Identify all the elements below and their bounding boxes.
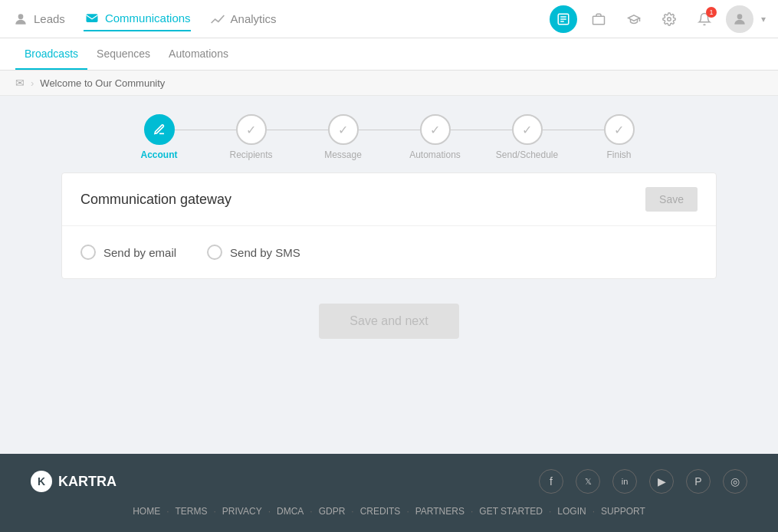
pinterest-icon[interactable]: P [686,469,711,494]
wizard-step-send-schedule[interactable]: ✓ Send/Schedule [481,114,573,160]
sms-label: Send by SMS [230,246,300,259]
step-label-recipients: Recipients [229,149,272,160]
step-circle-account [144,114,175,145]
wizard-step-automations[interactable]: ✓ Automations [389,114,481,160]
footer-social: f 𝕏 in ▶ P ◎ [539,469,747,494]
card-header: Communication gateway Save [62,173,716,226]
youtube-icon[interactable]: ▶ [649,469,674,494]
wizard-step-message[interactable]: ✓ Message [297,114,389,160]
subnav-automations-label: Automations [169,48,228,60]
footer-logo-text: KARTRA [58,474,117,490]
linkedin-icon[interactable]: in [612,469,637,494]
forms-icon-btn[interactable] [550,5,577,33]
footer-link-partners[interactable]: PARTNERS [415,506,465,517]
step-label-message: Message [324,149,362,160]
breadcrumb-mail-icon: ✉ [15,77,25,89]
svg-rect-6 [593,16,605,25]
notifications-icon-btn[interactable]: 1 [691,5,718,33]
kartra-logo-icon: K [31,471,52,492]
footer-links: HOME · TERMS · PRIVACY · DMCA · GDPR · C… [31,506,747,517]
step-circle-send-schedule: ✓ [512,114,543,145]
avatar-chevron[interactable]: ▾ [761,14,766,25]
sms-radio[interactable] [207,245,222,260]
breadcrumb: ✉ › Welcome to Our Community [0,71,778,96]
nav-communications[interactable]: Communications [84,7,191,31]
training-icon-btn[interactable] [620,5,648,33]
sms-option[interactable]: Send by SMS [207,245,300,260]
store-icon-btn[interactable] [585,5,612,33]
subnav-broadcasts[interactable]: Broadcasts [15,38,87,70]
step-label-account: Account [141,149,178,160]
nav-analytics-label: Analytics [231,12,277,25]
svg-point-7 [668,17,671,21]
nav-leads[interactable]: Leads [12,8,65,31]
notification-count: 1 [706,7,717,18]
wizard-step-recipients[interactable]: ✓ Recipients [205,114,297,160]
communications-icon [84,10,100,27]
footer-link-get-started[interactable]: GET STARTED [479,506,543,517]
nav-leads-label: Leads [34,12,65,25]
user-avatar[interactable] [726,5,753,33]
nav-analytics[interactable]: Analytics [209,8,277,31]
wizard-step-finish[interactable]: ✓ Finish [573,114,665,160]
subnav-broadcasts-label: Broadcasts [25,48,78,60]
svg-point-0 [18,14,24,19]
wizard-step-account[interactable]: Account [113,114,205,160]
footer-logo: K KARTRA [31,471,117,492]
save-and-next-button[interactable]: Save and next [319,304,458,339]
email-label: Send by email [103,246,176,259]
footer-link-home[interactable]: HOME [133,506,160,517]
footer-link-terms[interactable]: TERMS [176,506,208,517]
settings-icon-btn[interactable] [655,5,683,33]
sub-navigation: Broadcasts Sequences Automations [0,38,778,71]
wizard-steps: Account ✓ Recipients ✓ Message ✓ Automat… [0,96,778,172]
footer-link-gdpr[interactable]: GDPR [319,506,346,517]
leads-icon [12,11,29,28]
subnav-automations[interactable]: Automations [159,38,238,70]
communication-gateway-card: Communication gateway Save Send by email… [61,172,717,279]
step-circle-finish: ✓ [604,114,635,145]
instagram-icon[interactable]: ◎ [723,469,747,494]
analytics-icon [209,11,226,28]
subnav-sequences-label: Sequences [97,48,150,60]
nav-right: 1 ▾ [550,5,766,33]
svg-point-8 [737,14,743,19]
footer-link-login[interactable]: LOGIN [557,506,586,517]
facebook-icon[interactable]: f [539,469,563,494]
main-content: Communication gateway Save Send by email… [0,172,778,454]
breadcrumb-text: Welcome to Our Community [40,77,165,89]
nav-communications-label: Communications [105,11,191,25]
subnav-sequences[interactable]: Sequences [87,38,159,70]
footer-link-dmca[interactable]: DMCA [277,506,304,517]
save-button[interactable]: Save [645,187,698,212]
step-circle-recipients: ✓ [236,114,267,145]
card-body: Send by email Send by SMS [62,226,716,278]
action-row: Save and next [61,304,717,339]
step-circle-automations: ✓ [420,114,451,145]
email-option[interactable]: Send by email [80,245,176,260]
step-label-send-schedule: Send/Schedule [496,149,558,160]
step-label-automations: Automations [409,149,461,160]
step-circle-message: ✓ [328,114,359,145]
nav-left: Leads Communications Analytics [12,7,277,31]
footer: K KARTRA f 𝕏 in ▶ P ◎ HOME · TERMS · PRI… [0,454,778,532]
email-radio[interactable] [80,245,96,260]
twitter-icon[interactable]: 𝕏 [576,469,600,494]
breadcrumb-arrow: › [31,77,34,89]
svg-rect-1 [86,14,97,22]
card-title: Communication gateway [80,192,231,208]
footer-link-credits[interactable]: CREDITS [360,506,401,517]
footer-link-support[interactable]: SUPPORT [601,506,645,517]
footer-top: K KARTRA f 𝕏 in ▶ P ◎ [31,469,747,494]
top-navigation: Leads Communications Analytics [0,0,778,38]
step-label-finish: Finish [606,149,631,160]
footer-link-privacy[interactable]: PRIVACY [222,506,262,517]
